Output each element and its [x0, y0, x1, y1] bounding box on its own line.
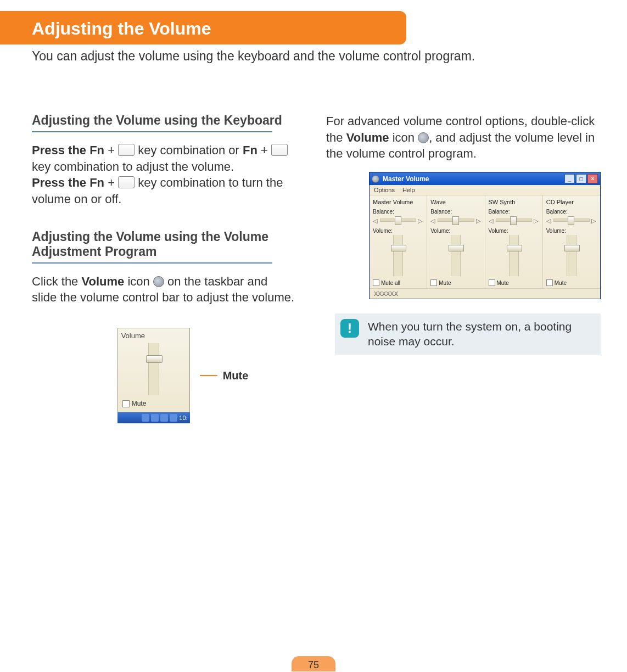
mute-row[interactable]: Mute: [489, 279, 539, 286]
speaker-left-icon: ◁: [373, 217, 378, 223]
minimize-button[interactable]: _: [564, 174, 575, 183]
master-volume-window: Master Volume _ □ × Options Help Master …: [369, 172, 601, 299]
section1-rule: [32, 131, 272, 132]
mute-label: Mute: [439, 280, 451, 286]
close-button[interactable]: ×: [587, 174, 598, 183]
mute-row[interactable]: Mute: [546, 279, 597, 286]
menu-help[interactable]: Help: [402, 187, 415, 193]
volume-label: Volume:: [430, 228, 481, 234]
mv-col-header: CD Player: [546, 199, 597, 205]
page-number: 75: [292, 656, 335, 671]
mute-label: Mute: [497, 280, 509, 286]
volume-popup-slider[interactable]: [148, 343, 159, 395]
s1p1-a: Press the Fn: [32, 143, 104, 157]
speaker-right-icon: ▷: [534, 217, 539, 223]
content-columns: Adjusting the Volume using the Keyboard …: [0, 64, 627, 423]
s1p1-c: key combination or: [135, 143, 243, 157]
maximize-button[interactable]: □: [576, 174, 586, 183]
alert-icon: !: [340, 319, 359, 338]
volume-popup-mute-row[interactable]: Mute: [121, 399, 186, 410]
master-volume-titlebar: Master Volume _ □ ×: [370, 172, 600, 185]
document-page: Adjusting the Volume You can adjust the …: [0, 11, 627, 672]
section2-heading: Adjusting the Volume using the Volume Ad…: [32, 229, 295, 259]
tray-icon: [151, 414, 159, 422]
volume-label: Volume:: [546, 228, 597, 234]
menu-options[interactable]: Options: [374, 187, 395, 193]
s1p1-e: +: [257, 143, 271, 157]
mute-checkbox[interactable]: [489, 279, 495, 286]
s1p1-d: Fn: [243, 143, 257, 157]
mv-col-cdplayer: CD Player Balance: ◁ ▷ Volume: Mute: [543, 195, 600, 288]
section2-rule: [32, 262, 272, 264]
volume-down-key-icon: [271, 144, 288, 156]
tray-icon: [170, 414, 177, 422]
left-column: Adjusting the Volume using the Keyboard …: [32, 113, 295, 423]
s2p-a: Click the: [32, 275, 81, 288]
balance-slider[interactable]: ◁ ▷: [430, 216, 481, 225]
right-intro: For advanced volume control options, dou…: [326, 113, 601, 162]
volume-slider[interactable]: [393, 235, 403, 276]
speaker-right-icon: ▷: [591, 217, 597, 223]
speaker-left-icon: ◁: [489, 217, 494, 223]
mute-all-row[interactable]: Mute all: [373, 279, 423, 286]
volume-label: Volume:: [489, 228, 539, 234]
balance-label: Balance:: [430, 209, 481, 215]
volume-popup: Volume Mute 10:: [117, 328, 190, 423]
mute-label: Mute: [555, 280, 567, 286]
mv-col-header: Wave: [430, 199, 481, 205]
balance-slider[interactable]: ◁ ▷: [373, 216, 423, 225]
note-box: ! When you turn the system on, a booting…: [335, 313, 601, 355]
section2-body: Click the Volume icon on the taskbar and…: [32, 273, 295, 306]
page-number-value: 75: [308, 659, 319, 671]
right-column: For advanced volume control options, dou…: [326, 113, 601, 423]
taskbar-volume-icon: [418, 132, 429, 143]
mute-key-icon: [118, 176, 135, 188]
mute-all-checkbox[interactable]: [373, 279, 379, 286]
mv-col-header: Master Volume: [373, 199, 423, 205]
s1p1-f: key combination to adjust the volume.: [32, 160, 234, 173]
volume-popup-mute-checkbox[interactable]: [122, 400, 130, 407]
tray-time: 10:: [179, 415, 187, 421]
tray-icon: [160, 414, 168, 422]
note-text: When you turn the system on, a booting n…: [368, 319, 593, 349]
title-bar: Adjusting the Volume: [0, 11, 406, 44]
volume-slider[interactable]: [509, 235, 519, 276]
volume-popup-slider-thumb[interactable]: [146, 355, 163, 363]
master-volume-title: Master Volume: [383, 175, 429, 183]
volume-slider[interactable]: [451, 235, 461, 276]
volume-popup-figure: Volume Mute 10:: [70, 328, 295, 423]
volume-popup-mute-label: Mute: [132, 400, 147, 407]
volume-up-key-icon: [118, 144, 135, 156]
balance-slider[interactable]: ◁ ▷: [546, 216, 597, 225]
balance-label: Balance:: [489, 209, 539, 215]
mute-checkbox[interactable]: [546, 279, 553, 286]
s2p-b: Volume: [81, 275, 124, 288]
intro-text: You can adjust the volume using the keyb…: [0, 44, 603, 64]
section1-body: Press the Fn + key combination or Fn + k…: [32, 142, 295, 208]
mute-callout: Mute: [200, 369, 249, 382]
balance-label: Balance:: [373, 209, 423, 215]
master-volume-menubar: Options Help: [370, 185, 600, 195]
mv-col-header: SW Synth: [489, 199, 539, 205]
balance-label: Balance:: [546, 209, 597, 215]
callout-line: [200, 375, 217, 376]
window-icon: [372, 175, 379, 183]
volume-slider[interactable]: [567, 235, 576, 276]
speaker-left-icon: ◁: [430, 217, 436, 223]
master-volume-footer: XXXXXX: [370, 288, 600, 299]
mute-checkbox[interactable]: [430, 279, 437, 286]
mute-row[interactable]: Mute: [430, 279, 481, 286]
s1p2-b: +: [104, 176, 118, 189]
page-title: Adjusting the Volume: [32, 19, 393, 39]
rp-c: icon: [389, 131, 418, 144]
rp-b: Volume: [346, 131, 389, 144]
mv-col-master: Master Volume Balance: ◁ ▷ Volume: Mute …: [370, 195, 427, 288]
speaker-right-icon: ▷: [476, 217, 482, 223]
balance-slider[interactable]: ◁ ▷: [489, 216, 539, 225]
mv-col-swsynth: SW Synth Balance: ◁ ▷ Volume: Mute: [485, 195, 543, 288]
taskbar-volume-icon: [153, 276, 164, 287]
s1p1-b: +: [104, 143, 118, 157]
s1p2-a: Press the Fn: [32, 176, 104, 189]
speaker-left-icon: ◁: [546, 217, 552, 223]
master-volume-columns: Master Volume Balance: ◁ ▷ Volume: Mute …: [370, 195, 600, 288]
